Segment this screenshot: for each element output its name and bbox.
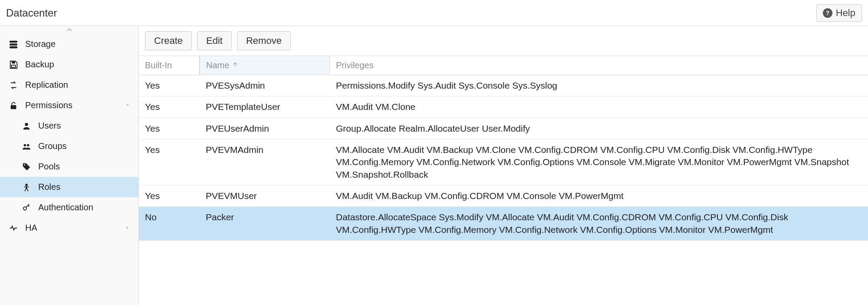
sidebar-item-label: Pools [38, 162, 60, 172]
sidebar-item-permissions[interactable]: Permissions [0, 95, 138, 116]
column-privileges[interactable]: Privileges [330, 56, 868, 75]
sidebar: StorageBackupReplicationPermissionsUsers… [0, 26, 139, 305]
cell-builtin: Yes [139, 96, 200, 117]
sidebar-item-label: Groups [38, 141, 67, 151]
chevron-up-icon [65, 27, 74, 33]
cell-privileges: VM.Audit VM.Clone [330, 96, 868, 117]
cell-name: Packer [200, 207, 330, 228]
sidebar-item-label: Permissions [25, 100, 72, 110]
key-icon [21, 203, 32, 212]
sidebar-item-ha[interactable]: HA [0, 218, 138, 238]
cell-privileges: Datastore.AllocateSpace Sys.Modify VM.Al… [330, 207, 868, 240]
column-name[interactable]: Name [200, 56, 330, 75]
sidebar-item-label: Roles [38, 182, 60, 192]
help-icon: ? [823, 8, 832, 18]
edit-button[interactable]: Edit [197, 31, 232, 50]
roles-grid: Built-In Name Privileges YesPVESysAdminP… [139, 56, 868, 305]
sidebar-item-pools[interactable]: Pools [0, 156, 138, 177]
table-row[interactable]: YesPVEVMUserVM.Audit VM.Backup VM.Config… [139, 186, 868, 207]
topbar: Datacenter ? Help [0, 0, 868, 26]
table-row[interactable]: NoPackerDatastore.AllocateSpace Sys.Modi… [139, 207, 868, 241]
remove-button[interactable]: Remove [237, 31, 291, 50]
page-title: Datacenter [6, 7, 57, 19]
cell-builtin: Yes [139, 118, 200, 139]
sidebar-item-users[interactable]: Users [0, 116, 138, 136]
column-builtin[interactable]: Built-In [139, 56, 200, 75]
heartbeat-icon [8, 223, 19, 233]
sort-asc-icon [232, 60, 239, 70]
sidebar-item-label: HA [25, 223, 37, 233]
sidebar-item-label: Users [38, 121, 61, 131]
cell-builtin: No [139, 207, 200, 228]
cell-name: PVEVMUser [200, 186, 330, 206]
caret-down-icon [125, 100, 131, 110]
tags-icon [21, 162, 32, 172]
group-icon [21, 142, 32, 151]
replication-icon [8, 80, 19, 90]
content: Create Edit Remove Built-In Name Privile… [139, 26, 868, 305]
sidebar-item-label: Authentication [38, 202, 93, 212]
cell-privileges: VM.Audit VM.Backup VM.Config.CDROM VM.Co… [330, 186, 868, 206]
cell-name: PVETemplateUser [200, 96, 330, 117]
cell-name: PVEVMAdmin [200, 139, 330, 160]
grid-header: Built-In Name Privileges [139, 56, 868, 75]
main: StorageBackupReplicationPermissionsUsers… [0, 26, 868, 305]
sidebar-item-groups[interactable]: Groups [0, 136, 138, 156]
create-button[interactable]: Create [145, 31, 192, 50]
toolbar: Create Edit Remove [139, 26, 868, 56]
table-row[interactable]: YesPVEVMAdminVM.Allocate VM.Audit VM.Bac… [139, 139, 868, 186]
help-button[interactable]: ? Help [816, 4, 862, 22]
sidebar-item-storage[interactable]: Storage [0, 34, 138, 54]
sidebar-item-label: Storage [25, 39, 56, 49]
user-icon [21, 121, 32, 131]
person-icon [21, 182, 32, 192]
cell-privileges: Permissions.Modify Sys.Audit Sys.Console… [330, 75, 868, 96]
sidebar-item-backup[interactable]: Backup [0, 54, 138, 75]
sidebar-item-authentication[interactable]: Authentication [0, 197, 138, 218]
cell-privileges: Group.Allocate Realm.AllocateUser User.M… [330, 118, 868, 139]
table-row[interactable]: YesPVESysAdminPermissions.Modify Sys.Aud… [139, 75, 868, 96]
cell-name: PVESysAdmin [200, 75, 330, 96]
help-button-label: Help [836, 7, 855, 19]
sidebar-item-replication[interactable]: Replication [0, 75, 138, 95]
save-icon [8, 60, 19, 70]
sidebar-scroll-up[interactable] [0, 26, 138, 34]
caret-right-icon [125, 223, 131, 233]
storage-icon [8, 40, 19, 49]
table-row[interactable]: YesPVETemplateUserVM.Audit VM.Clone [139, 96, 868, 118]
table-row[interactable]: YesPVEUserAdminGroup.Allocate Realm.Allo… [139, 118, 868, 139]
sidebar-item-roles[interactable]: Roles [0, 177, 138, 197]
sidebar-item-label: Replication [25, 80, 68, 90]
cell-builtin: Yes [139, 139, 200, 160]
cell-builtin: Yes [139, 75, 200, 96]
cell-privileges: VM.Allocate VM.Audit VM.Backup VM.Clone … [330, 139, 868, 185]
sidebar-item-label: Backup [25, 60, 54, 70]
cell-name: PVEUserAdmin [200, 118, 330, 139]
unlock-icon [8, 101, 19, 110]
cell-builtin: Yes [139, 186, 200, 206]
